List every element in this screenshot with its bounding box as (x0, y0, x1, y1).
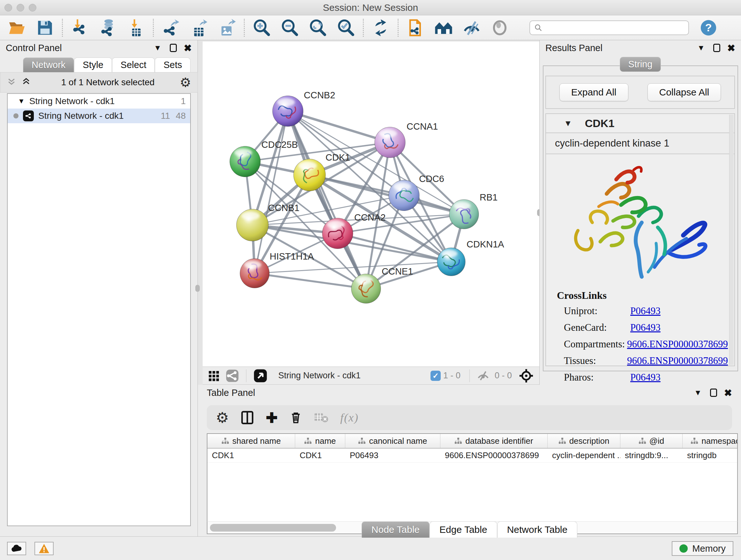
export-network-icon[interactable] (161, 18, 181, 38)
string-view-icon[interactable] (226, 369, 239, 382)
tab-string[interactable]: String (620, 57, 661, 72)
expand-all-button[interactable]: Expand All (559, 83, 628, 101)
panel-float-icon[interactable] (713, 44, 720, 52)
column-header-name[interactable]: name (295, 434, 345, 448)
network-node-cdc6[interactable] (389, 180, 419, 211)
table-cell[interactable]: cyclin-dependent ... (548, 449, 620, 462)
tab-network[interactable]: Network (23, 57, 74, 72)
gene-collapse-icon[interactable]: ▼ (564, 118, 572, 128)
network-node-cdc25b[interactable] (230, 146, 260, 177)
crosslink-link[interactable]: 9606.ENSP00000378699 (627, 338, 728, 350)
warnings-button[interactable] (35, 542, 54, 555)
panel-menu-icon[interactable]: ▼ (154, 44, 161, 52)
table-cell[interactable]: P06493 (345, 449, 441, 462)
edge[interactable] (255, 111, 288, 273)
column-header-description[interactable]: description (548, 434, 620, 448)
selected-checkbox-icon[interactable]: ✓ (430, 371, 441, 381)
network-collection-row[interactable]: ▼ String Network - cdk1 1 (8, 94, 190, 109)
table-row[interactable]: CDK1CDK1P064939606.ENSP00000378699cyclin… (207, 449, 737, 462)
network-row[interactable]: String Network - cdk1 11 48 (8, 109, 190, 123)
expand-all-icon[interactable] (21, 77, 31, 88)
table-cell[interactable]: stringdb (683, 449, 738, 462)
network-node-rb1[interactable] (449, 199, 479, 229)
tab-style[interactable]: Style (74, 57, 112, 72)
crosslink-link[interactable]: P06493 (630, 305, 661, 317)
refresh-icon[interactable] (371, 18, 391, 38)
help-icon[interactable]: ? (698, 18, 718, 38)
table-settings-icon[interactable]: ⚙ (216, 410, 229, 425)
crosslink-link[interactable]: 9606.ENSP00000378699 (627, 355, 728, 367)
search-box[interactable] (529, 20, 689, 35)
import-database-icon[interactable] (98, 18, 118, 38)
zoom-selected-icon[interactable] (336, 18, 356, 38)
grid-view-icon[interactable] (208, 369, 220, 382)
panel-menu-icon[interactable]: ▼ (697, 44, 705, 52)
string-network-graph[interactable]: CCNB2CCNA1CDC25BCDK1CDC6RB1CCNB1CCNA2CDK… (203, 42, 539, 367)
gear-icon[interactable]: ⚙ (180, 76, 191, 89)
import-network-icon[interactable] (70, 18, 90, 38)
column-header--id[interactable]: @id (620, 434, 683, 448)
delete-table-icon[interactable] (314, 411, 329, 424)
memory-button[interactable]: Memory (672, 541, 733, 556)
birdseye-view-icon[interactable] (253, 369, 267, 383)
table-cell[interactable]: CDK1 (207, 449, 295, 462)
crosslink-link[interactable]: P06493 (630, 322, 661, 333)
fit-content-icon[interactable] (519, 368, 534, 383)
column-header-shared-name[interactable]: shared name (207, 434, 295, 448)
network-node-ccna2[interactable] (322, 218, 353, 249)
column-header-canonical-name[interactable]: canonical name (345, 434, 441, 448)
hidden-eye-icon[interactable] (477, 369, 489, 382)
panel-menu-icon[interactable]: ▼ (694, 388, 702, 397)
tab-node-table[interactable]: Node Table (361, 521, 429, 538)
table-cell[interactable]: stringdb:9... (620, 449, 683, 462)
node-label: RB1 (480, 192, 497, 202)
import-table-icon[interactable] (126, 18, 146, 38)
panel-float-icon[interactable] (170, 44, 177, 52)
network-canvas[interactable]: CCNB2CCNA1CDC25BCDK1CDC6RB1CCNB1CCNA2CDK… (203, 42, 539, 367)
network-node-ccna1[interactable] (375, 127, 405, 158)
collapse-all-icon[interactable] (7, 77, 16, 88)
tab-select[interactable]: Select (112, 57, 155, 72)
network-node-ccne1[interactable] (351, 274, 381, 303)
column-header-namespace[interactable]: namespace (683, 434, 738, 448)
tab-sets[interactable]: Sets (155, 57, 191, 72)
network-node-ccnb1[interactable] (237, 209, 268, 241)
collapse-all-button[interactable]: Collapse All (648, 83, 721, 101)
zoom-out-icon[interactable] (280, 18, 300, 38)
save-session-icon[interactable] (35, 18, 55, 38)
table-cell[interactable]: 9606.ENSP00000378699 (441, 449, 548, 462)
network-node-cdkn1a[interactable] (437, 248, 465, 276)
edge[interactable] (288, 111, 390, 142)
export-image-icon[interactable] (217, 18, 237, 38)
delete-column-icon[interactable] (289, 411, 302, 424)
results-scrollbar[interactable] (729, 115, 734, 365)
show-all-icon[interactable] (490, 18, 510, 38)
hide-selected-icon[interactable] (462, 18, 482, 38)
open-session-icon[interactable] (7, 18, 27, 38)
panel-close-icon[interactable]: ✖ (727, 43, 735, 54)
home-icon[interactable] (434, 18, 454, 38)
network-node-hist1h1a[interactable] (240, 259, 269, 288)
cloud-status-button[interactable] (7, 542, 26, 555)
panel-close-icon[interactable]: ✖ (724, 387, 732, 398)
add-column-icon[interactable]: ✚ (266, 410, 278, 426)
function-builder-icon[interactable]: f(x) (340, 411, 359, 424)
gene-header-row[interactable]: ▼ CDK1 (546, 114, 734, 133)
column-header-database-identifier[interactable]: database identifier (441, 434, 548, 448)
show-columns-icon[interactable] (240, 411, 254, 425)
export-table-icon[interactable] (189, 18, 209, 38)
zoom-in-icon[interactable] (252, 18, 272, 38)
tab-edge-table[interactable]: Edge Table (429, 521, 497, 538)
table-cell[interactable]: CDK1 (295, 449, 345, 462)
network-node-ccnb2[interactable] (273, 96, 303, 126)
zoom-fit-icon[interactable] (308, 18, 328, 38)
panel-close-icon[interactable]: ✖ (184, 43, 192, 54)
panel-float-icon[interactable] (710, 388, 717, 397)
tab-network-table[interactable]: Network Table (497, 521, 578, 538)
search-input[interactable] (543, 23, 688, 33)
network-node-cdk1[interactable] (293, 159, 326, 191)
string-network-file-icon[interactable] (406, 18, 425, 38)
crosslink-link[interactable]: P06493 (630, 372, 661, 383)
edge[interactable] (255, 273, 366, 289)
tree-expand-icon[interactable]: ▼ (18, 97, 25, 105)
